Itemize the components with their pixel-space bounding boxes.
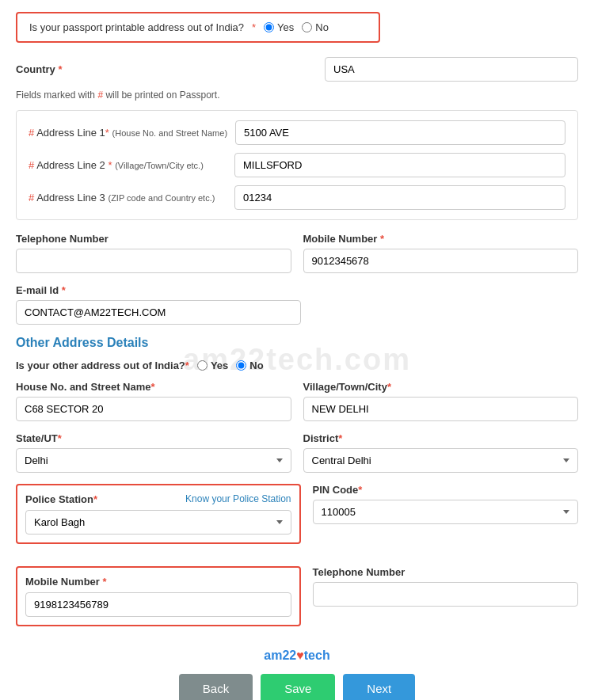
- other-mobile-label: Mobile Number *: [25, 576, 107, 588]
- back-button[interactable]: Back: [179, 674, 253, 700]
- house-street-input[interactable]: [16, 397, 291, 421]
- footer-tech: tech: [304, 649, 330, 662]
- passport-yes-label: Yes: [277, 21, 294, 33]
- state-select[interactable]: Delhi Maharashtra Karnataka Tamil Nadu U…: [16, 448, 291, 473]
- passport-no-label: No: [315, 21, 329, 33]
- police-station-label-row: Police Station* Know your Police Station: [25, 493, 291, 505]
- know-police-link[interactable]: Know your Police Station: [185, 493, 291, 505]
- address-line1-input[interactable]: [235, 120, 565, 145]
- address-line1-row: # Address Line 1* (House No. and Street …: [29, 120, 565, 145]
- next-button[interactable]: Next: [343, 674, 415, 700]
- other-telephone-input[interactable]: [313, 582, 579, 607]
- tel-mobile-row: Telephone Number Mobile Number *: [16, 233, 578, 273]
- passport-yes-radio[interactable]: [264, 22, 274, 32]
- district-field: District* Central Delhi North Delhi Sout…: [303, 432, 579, 473]
- other-mobile-label-row: Mobile Number *: [25, 576, 291, 588]
- village-input[interactable]: [303, 397, 579, 421]
- other-addr-question: Is your other address out of India?* Yes…: [16, 360, 578, 371]
- hash-symbol: #: [97, 89, 103, 101]
- police-station-select[interactable]: Karol Bagh Connaught Place Paharganj Cha…: [25, 510, 291, 535]
- state-district-row: State/UT* Delhi Maharashtra Karnataka Ta…: [16, 432, 578, 473]
- police-pin-row: Police Station* Know your Police Station…: [16, 484, 578, 555]
- address-line1-label: # Address Line 1* (House No. and Street …: [29, 127, 227, 139]
- mobile-field: Mobile Number *: [303, 233, 579, 273]
- am22-footer-brand: am22♥tech: [16, 649, 578, 663]
- country-select-wrapper: USA India UK Canada Australia: [325, 57, 578, 82]
- footer-heart: ♥: [296, 649, 304, 662]
- police-station-label: Police Station*: [25, 493, 97, 505]
- telephone-field: Telephone Number: [16, 233, 291, 273]
- country-required-star: *: [58, 63, 62, 75]
- other-addr-yes-option[interactable]: Yes: [197, 360, 228, 371]
- other-addr-no-option[interactable]: No: [236, 360, 263, 371]
- arrow-annotation: [582, 27, 594, 81]
- other-addr-no-label: No: [249, 360, 263, 371]
- other-addr-radio-group: Yes No: [197, 360, 264, 371]
- address-line2-label: # Address Line 2 * (Village/Town/City et…: [29, 159, 227, 171]
- other-telephone-label: Telephone Number: [313, 566, 579, 578]
- pin-code-field: PIN Code* 110005 110001 110002 110003: [313, 484, 579, 555]
- address-line3-wrapper: [234, 185, 565, 210]
- country-row: Country * USA India UK Canada Australia: [16, 57, 578, 82]
- other-telephone-field: Telephone Number: [313, 566, 579, 637]
- address-line2-row: # Address Line 2 * (Village/Town/City et…: [29, 153, 565, 177]
- village-label: Village/Town/City*: [303, 381, 579, 393]
- mobile-input[interactable]: [303, 249, 579, 273]
- state-label: State/UT*: [16, 432, 291, 444]
- other-addr-yes-radio[interactable]: [197, 360, 208, 371]
- save-button[interactable]: Save: [261, 674, 335, 700]
- passport-radio-group: Yes No: [264, 21, 329, 33]
- passport-question-label: Is your passport printable address out o…: [29, 21, 244, 33]
- email-input[interactable]: [16, 300, 301, 325]
- house-village-row: House No. and Street Name* Village/Town/…: [16, 381, 578, 421]
- country-label: Country *: [16, 63, 63, 75]
- address-section: # Address Line 1* (House No. and Street …: [16, 110, 578, 220]
- footer-am22: am22: [264, 649, 296, 662]
- address-line3-input[interactable]: [234, 185, 565, 210]
- village-field: Village/Town/City*: [303, 381, 579, 421]
- address-line3-row: # Address Line 3 (ZIP code and Country e…: [29, 185, 565, 210]
- country-select[interactable]: USA India UK Canada Australia: [325, 57, 578, 82]
- state-field: State/UT* Delhi Maharashtra Karnataka Ta…: [16, 432, 291, 473]
- mobile-label: Mobile Number *: [303, 233, 579, 245]
- address-line2-wrapper: [234, 153, 565, 177]
- fields-note: Fields marked with # will be printed on …: [16, 89, 578, 101]
- action-buttons: Back Save Next: [16, 674, 578, 700]
- passport-no-option[interactable]: No: [302, 21, 329, 33]
- address-line2-input[interactable]: [234, 153, 565, 177]
- house-street-label: House No. and Street Name*: [16, 381, 291, 393]
- email-field-wrapper: E-mail Id *: [16, 284, 578, 325]
- police-station-box: Police Station* Know your Police Station…: [16, 484, 301, 544]
- passport-question-box: Is your passport printable address out o…: [16, 12, 380, 43]
- email-label: E-mail Id *: [16, 284, 578, 296]
- house-street-field: House No. and Street Name*: [16, 381, 291, 421]
- address-line3-label: # Address Line 3 (ZIP code and Country e…: [29, 192, 227, 204]
- pin-code-select[interactable]: 110005 110001 110002 110003: [313, 500, 579, 524]
- other-mobile-box: Mobile Number *: [16, 566, 301, 626]
- telephone-input[interactable]: [16, 249, 291, 273]
- other-addr-yes-label: Yes: [211, 360, 228, 371]
- other-addr-question-label: Is your other address out of India?*: [16, 360, 189, 371]
- district-label: District*: [303, 432, 579, 444]
- other-addr-no-radio[interactable]: [236, 360, 246, 371]
- other-mobile-input[interactable]: [25, 592, 291, 617]
- other-address-title: Other Address Details: [16, 336, 578, 350]
- other-mobile-tel-row: Mobile Number * Telephone Number: [16, 566, 578, 637]
- passport-no-radio[interactable]: [302, 22, 312, 32]
- pin-code-label: PIN Code*: [313, 484, 579, 496]
- telephone-label: Telephone Number: [16, 233, 291, 245]
- address-line1-wrapper: [235, 120, 565, 145]
- district-select[interactable]: Central Delhi North Delhi South Delhi Ea…: [303, 448, 579, 473]
- passport-yes-option[interactable]: Yes: [264, 21, 294, 33]
